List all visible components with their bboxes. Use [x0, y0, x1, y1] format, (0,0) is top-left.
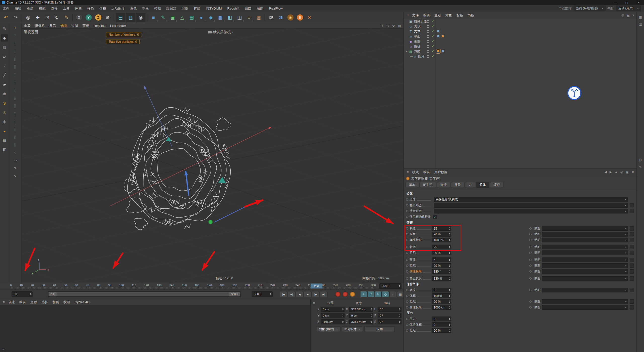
- spinner[interactable]: [448, 270, 450, 273]
- pan-view-icon[interactable]: +: [381, 24, 383, 28]
- value-field[interactable]: 100 %: [432, 293, 451, 298]
- maximize-button[interactable]: ▢: [621, 0, 632, 5]
- keyframe-dot[interactable]: [406, 204, 408, 206]
- palette-grip[interactable]: ⣿: [10, 56, 21, 62]
- value-field[interactable]: 20 %: [432, 250, 451, 255]
- object-list[interactable]: ▣隐藏所选✓◇力场✓T文本✓▱平面✓◆推散✓◇随机✓▾▦克隆✓○圆环✓: [404, 18, 636, 168]
- spline-object-button[interactable]: ✎ ▾: [158, 13, 168, 22]
- coord-mode-dropdown[interactable]: 对象 (相对)▾: [316, 326, 340, 332]
- material-menu-item[interactable]: 材质: [50, 299, 61, 305]
- map-field[interactable]: ▾: [542, 226, 628, 231]
- plugin-x-button[interactable]: ✕: [305, 13, 314, 22]
- menu-item[interactable]: 动画: [139, 5, 151, 12]
- add-palette-button[interactable]: +: [10, 25, 21, 31]
- record-objects-button[interactable]: [342, 291, 348, 297]
- enabled-check-icon[interactable]: ✓: [432, 49, 434, 53]
- spinner[interactable]: [448, 259, 450, 261]
- snap-3d-button[interactable]: ●: [1, 127, 8, 135]
- keyframe-dot[interactable]: [529, 265, 532, 267]
- lock-x-axis-button[interactable]: X: [74, 13, 84, 22]
- live-selection-tool-button[interactable]: ◎: [23, 13, 33, 22]
- goto-start-button[interactable]: |◀: [280, 291, 287, 297]
- visibility-dots[interactable]: [427, 25, 429, 28]
- menu-item[interactable]: 文件: [0, 5, 12, 12]
- checkbox[interactable]: ✓: [433, 215, 437, 219]
- key-parameter-toggle[interactable]: ◎: [382, 291, 389, 297]
- interface-dropdown[interactable]: 启动 (用户)▾: [616, 6, 641, 11]
- palette-grip[interactable]: ⣿: [10, 32, 21, 38]
- material-menu-item[interactable]: 编辑: [17, 299, 28, 305]
- keyframe-dot[interactable]: [406, 295, 408, 297]
- view-label[interactable]: 透视视图: [24, 30, 38, 34]
- object-label[interactable]: 圆环: [418, 55, 424, 59]
- keyframe-dot[interactable]: [406, 324, 408, 326]
- attribute-menu-item[interactable]: 模式: [410, 169, 421, 175]
- render-settings-button[interactable]: ◉: [136, 13, 145, 22]
- toggle-view-icon[interactable]: ▦: [398, 24, 401, 28]
- viewport-menu-item[interactable]: 过滤: [69, 23, 80, 29]
- size-z-field[interactable]: 378.174 cm: [349, 319, 373, 324]
- primitive-object-button[interactable]: ■ ▾: [149, 13, 158, 22]
- menu-item[interactable]: 跟踪器: [164, 5, 179, 12]
- keyframe-dot[interactable]: [529, 259, 532, 261]
- move-tool-button[interactable]: +: [33, 13, 43, 22]
- autokey-button[interactable]: [350, 291, 355, 297]
- rotation-b-field[interactable]: 0 °: [378, 319, 401, 324]
- timeline-playhead[interactable]: 250: [310, 283, 323, 289]
- viewport-menu-item[interactable]: Redshift: [91, 23, 108, 29]
- keyframe-dot[interactable]: [406, 329, 408, 332]
- map-field[interactable]: ▾: [542, 288, 628, 292]
- visibility-dots[interactable]: [427, 40, 429, 43]
- rectangle-tool-icon[interactable]: ▭: [10, 157, 21, 163]
- keyframe-dot[interactable]: [529, 277, 532, 280]
- coordinate-system-button[interactable]: ⊕: [103, 13, 112, 22]
- enabled-check-icon[interactable]: ✓: [432, 29, 434, 33]
- keyframe-dot[interactable]: [406, 277, 408, 280]
- spinner[interactable]: [448, 227, 450, 230]
- burger-icon[interactable]: ≡: [312, 301, 316, 305]
- workplane-mode-button[interactable]: ▱: [1, 53, 8, 60]
- scale-tool-button[interactable]: ⊡: [43, 13, 52, 22]
- menu-item[interactable]: 扩展: [191, 5, 203, 12]
- field-button[interactable]: ▩ ▾: [216, 13, 225, 22]
- value-field[interactable]: 0: [432, 322, 451, 327]
- goto-end-button[interactable]: ▶|: [320, 291, 328, 297]
- value-field[interactable]: 25: [432, 245, 451, 249]
- object-label[interactable]: 平面: [414, 34, 420, 39]
- spinner[interactable]: [448, 289, 450, 291]
- keyframe-dot[interactable]: [406, 227, 408, 230]
- end-frame-field[interactable]: 300 F: [252, 291, 273, 297]
- object-manager-menu-item[interactable]: 文件: [410, 12, 421, 18]
- palette-grip[interactable]: ⣿: [10, 126, 21, 132]
- object-row[interactable]: T文本✓: [404, 29, 636, 34]
- circle-tool-icon[interactable]: ○: [10, 149, 21, 155]
- object-tag-icon[interactable]: [441, 34, 445, 38]
- solo-single-button[interactable]: S: [1, 109, 8, 116]
- render-picture-viewer-button[interactable]: ▥: [126, 13, 135, 22]
- object-manager-menu-item[interactable]: 查看: [432, 12, 443, 18]
- spinner[interactable]: [448, 239, 450, 241]
- pen-tab-icon[interactable]: ✎: [639, 165, 642, 169]
- map-extra-button[interactable]: [630, 258, 634, 262]
- material-menu-item[interactable]: 选择: [39, 299, 50, 305]
- lock-y-axis-button[interactable]: Y: [84, 13, 93, 22]
- spinner[interactable]: [448, 318, 450, 320]
- map-field[interactable]: ▾: [542, 305, 628, 310]
- enable-snap-button[interactable]: ◎: [1, 118, 8, 125]
- palette-tab-icon[interactable]: ▤: [639, 15, 642, 19]
- model-mode-button[interactable]: ◆: [1, 34, 8, 41]
- layout-tab-icon[interactable]: ◫: [639, 22, 642, 26]
- attribute-tab[interactable]: 缓存: [490, 182, 503, 188]
- keyframe-dot[interactable]: [406, 306, 408, 309]
- value-field[interactable]: 180 °: [432, 269, 451, 274]
- volume-button[interactable]: ● ▾: [196, 13, 206, 22]
- key-rotation-toggle[interactable]: ↻: [375, 291, 382, 297]
- keyframe-dot[interactable]: [406, 233, 408, 235]
- material-menu-item[interactable]: 纹理: [61, 299, 72, 305]
- object-label[interactable]: 克隆: [414, 50, 420, 54]
- palette-grip[interactable]: ⣿: [10, 103, 21, 109]
- map-field[interactable]: ▾: [542, 276, 628, 281]
- keyframe-dot[interactable]: [406, 252, 408, 254]
- attribute-menu-item[interactable]: 用户数据: [432, 169, 450, 175]
- keyframe-dot[interactable]: [529, 233, 532, 235]
